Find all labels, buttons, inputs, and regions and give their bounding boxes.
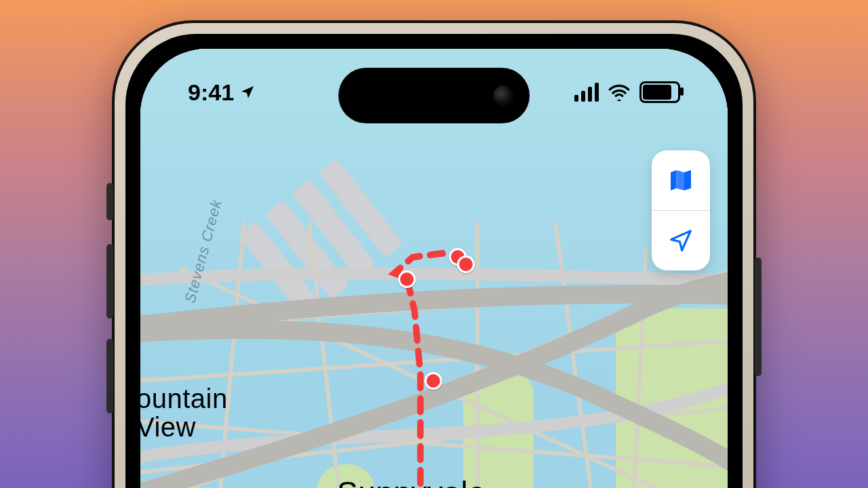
cellular-signal-icon: [574, 83, 599, 102]
wifi-icon: [608, 83, 630, 101]
phone-screen[interactable]: Stevens Creek ountain View Sunnyvale: [140, 49, 728, 488]
location-services-icon: [239, 79, 256, 106]
map-mode-button[interactable]: [652, 150, 710, 210]
phone-bezel: Stevens Creek ountain View Sunnyvale: [115, 23, 753, 488]
map-route-waypoint[interactable]: [425, 372, 442, 390]
phone-screen-rim: Stevens Creek ountain View Sunnyvale: [125, 34, 743, 488]
map-route-path: [395, 253, 450, 484]
battery-icon: [639, 81, 680, 103]
phone-power-button: [755, 258, 762, 376]
map-icon: [667, 167, 694, 194]
map-controls-panel: [652, 150, 710, 270]
phone-frame: Stevens Creek ountain View Sunnyvale: [112, 20, 756, 488]
phone-side-switch: [106, 183, 113, 220]
status-bar-left: 9:41: [188, 79, 256, 106]
locate-me-button[interactable]: [652, 211, 710, 270]
map-label-line: ountain: [140, 384, 228, 413]
phone-volume-up: [106, 244, 113, 319]
map-route-waypoint[interactable]: [398, 270, 416, 288]
map-label-line: View: [140, 412, 196, 442]
status-bar: 9:41: [140, 49, 728, 130]
status-time: 9:41: [188, 79, 234, 106]
phone-volume-down: [106, 339, 113, 413]
status-bar-right: [574, 81, 680, 103]
map-label-mountain-view: ountain View: [140, 384, 228, 441]
map-label-sunnyvale: Sunnyvale: [337, 474, 486, 488]
location-arrow-icon: [668, 228, 694, 253]
map-route-waypoint[interactable]: [457, 256, 475, 273]
